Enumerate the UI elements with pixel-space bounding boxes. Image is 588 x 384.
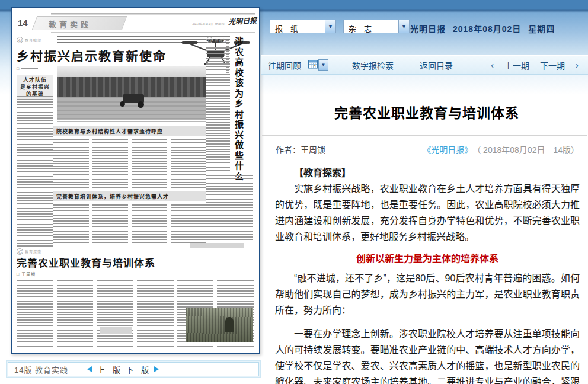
paper-byline-2: □ 王周锁 [17, 271, 36, 277]
article-author: 作者：王周锁 [276, 143, 325, 155]
badge-g-icon: G [17, 248, 23, 255]
source-link[interactable]: 《光明日报》 [423, 143, 472, 155]
title-divider [262, 135, 587, 136]
badge-g-icon: G [17, 37, 23, 43]
newspaper-page-thumbnail[interactable]: 14 教育实践 2018年8月2日 星期四 光明日报 G 教育瞭望 乡村振兴启示… [11, 7, 260, 354]
article-title: 完善农业职业教育与培训体系 [274, 102, 580, 122]
magazine-select[interactable]: 杂 志 ▼ [343, 20, 410, 33]
page-pager-inner: 14版 教育实践 上一版 下一版 [8, 362, 259, 376]
paper-logo: 光明日报 [228, 15, 257, 26]
article-paragraph-3: 一要在办学理念上创新。涉农职业院校人才培养要从注重单项技能向人的可持续发展转变。… [275, 326, 580, 384]
paper-page-number: 14 [18, 18, 28, 28]
back-to-contents-link[interactable]: 返回目录 [420, 59, 453, 71]
page-pager-bar: 14版 教育实践 上一版 下一版 [6, 360, 261, 378]
paper-vertical-headline[interactable]: 涉农高校该为乡村振兴做些什么 [232, 37, 245, 175]
paper-byline-1: □ [17, 66, 38, 71]
issue-pager: ‹ 上一期 下一期 › [491, 59, 579, 71]
magazine-select-value: 杂 志 [344, 20, 398, 33]
photo-caption [57, 121, 206, 124]
article-body: 【教育探索】 实施乡村振兴战略，农业职业教育在乡土人才培养方面具有得天独厚的优势… [275, 165, 580, 384]
section-badge-1: G 教育瞭望 [17, 37, 41, 43]
masthead-rule [51, 13, 255, 15]
paper-section-title: 教育实践 [49, 18, 91, 30]
issue-navbar: 往期回顾 ▼ 数字报检索 返回目录 ‹ 上一期 下一期 › [261, 55, 588, 75]
newspaper-select-value: 报 纸 [270, 20, 325, 33]
prev-page-arrow-icon[interactable] [87, 366, 92, 372]
past-issues-link[interactable]: 往期回顾 [268, 59, 301, 71]
article-meta-row: 作者：王周锁 《光明日报》 （ 2018年08月02日 14版） [276, 143, 579, 155]
section-badge-2: G 师者行 [206, 37, 227, 43]
masthead-underline [51, 32, 255, 33]
paper-text-column [206, 175, 253, 241]
current-page-label: 14版 教育实践 [14, 364, 68, 375]
badge-g-icon: G [206, 37, 213, 43]
paper-crosshead-1: 院校教育与乡村结构性人才需求亟待呼应 [53, 126, 206, 136]
next-issue-link[interactable]: 下一期 [540, 59, 565, 71]
brand-name: 光明日报 [410, 23, 446, 34]
next-page-arrow-icon[interactable] [154, 366, 159, 372]
issue-date: 2018年08月02日 [453, 23, 521, 34]
dropdown-arrow-icon[interactable]: ▼ [398, 20, 409, 33]
issue-info: （ 2018年08月02日 14版） [472, 143, 579, 155]
prev-chevron-icon[interactable]: ‹ [491, 60, 494, 70]
paper-mini-crosshead [100, 327, 132, 334]
paper-mini-crosshead [190, 243, 244, 248]
prev-page-link[interactable]: 上一版 [97, 364, 120, 375]
meta-spacer [325, 143, 423, 155]
issue-weekday: 星期四 [528, 23, 555, 34]
paper-masthead-meta: 2018年8月2日 星期四 [192, 21, 225, 25]
paper-main-headline[interactable]: 乡村振兴启示教育新使命 [17, 46, 167, 64]
paper-text-columns [53, 204, 206, 247]
paper-text-column [206, 47, 230, 171]
article-paragraph-2: “融不进城，还不了乡”，这是80后、90后农村青年普遍的困惑。如何帮助他们实现自… [275, 270, 580, 318]
calendar-icon[interactable] [308, 59, 318, 71]
photo-caption [186, 344, 253, 345]
calendar-dropdown-arrow-icon[interactable]: ▼ [318, 59, 328, 71]
next-page-link[interactable]: 下一版 [126, 364, 149, 375]
paper-crosshead-2: 完善教育培训体系，培养乡村振兴急需人才 [53, 191, 206, 201]
prev-issue-link[interactable]: 上一期 [504, 59, 529, 71]
paper-bottom-headline[interactable]: 完善农业职业教育与培训体系 [17, 255, 155, 270]
tractor-field-photo [57, 66, 206, 120]
edition-selectors: 报 纸 ▼ 杂 志 ▼ [270, 20, 410, 33]
next-chevron-icon[interactable]: › [576, 60, 579, 70]
article-paragraph-1: 实施乡村振兴战略，农业职业教育在乡土人才培养方面具有得天独厚的优势，既是重要阵地… [275, 181, 580, 245]
crops-photo [186, 308, 253, 342]
paper-text-column [17, 94, 53, 247]
masthead-date: 光明日报 2018年08月02日 星期四 [410, 23, 555, 34]
newspaper-select[interactable]: 报 纸 ▼ [270, 20, 336, 33]
digital-search-link[interactable]: 数字报检索 [352, 59, 394, 71]
article-tag: 【教育探索】 [275, 165, 580, 181]
dropdown-arrow-icon[interactable]: ▼ [325, 20, 335, 33]
article-subhead: 创新以新生力量为主体的培养体系 [275, 251, 580, 267]
paper-text-columns [53, 139, 206, 189]
section-badge-3: G 教育探索 [17, 248, 41, 255]
calendar-picker[interactable]: ▼ [308, 59, 328, 71]
